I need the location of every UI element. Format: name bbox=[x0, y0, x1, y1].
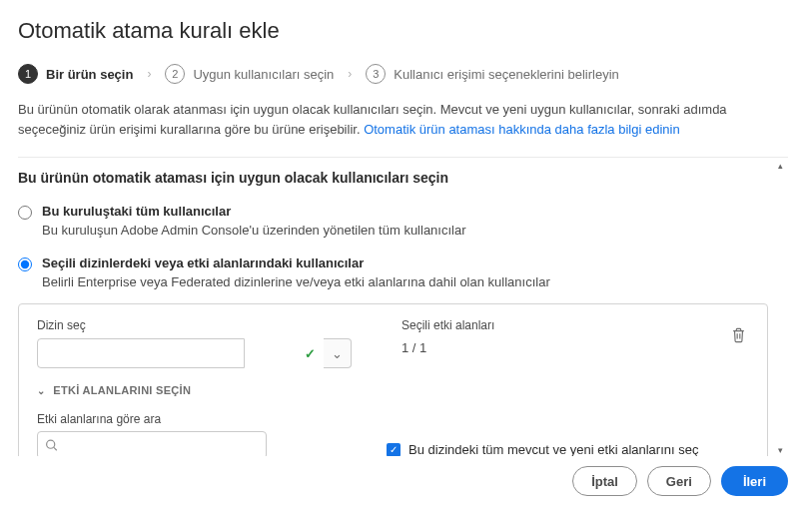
step-1-number: 1 bbox=[18, 64, 38, 84]
radio-option-selected-dirs[interactable]: Seçili dizinlerdeki veya etki alanlarınd… bbox=[18, 255, 768, 289]
step-3-number: 3 bbox=[366, 64, 386, 84]
radio-group: Bu kuruluştaki tüm kullanıcılar Bu kurul… bbox=[18, 204, 768, 458]
step-separator-icon: › bbox=[348, 67, 352, 81]
radio-all-users-desc: Bu kuruluşun Adobe Admin Console'u üzeri… bbox=[42, 223, 768, 238]
step-3-label: Kullanıcı erişimi seçeneklerini belirley… bbox=[394, 67, 618, 82]
delete-button[interactable] bbox=[727, 324, 749, 346]
step-2-number: 2 bbox=[165, 64, 185, 84]
select-all-domains-label: Bu dizindeki tüm mevcut ve yeni etki ala… bbox=[408, 442, 698, 457]
scroll-area: Bu ürünün otomatik ataması için uygun ol… bbox=[18, 157, 788, 458]
radio-all-users-title: Bu kuruluştaki tüm kullanıcılar bbox=[42, 204, 768, 219]
search-domains-input[interactable] bbox=[37, 431, 267, 458]
next-button[interactable]: İleri bbox=[721, 466, 788, 496]
directory-config-box: Dizin seç ✓ ⌄ bbox=[18, 303, 768, 458]
checkbox-select-all[interactable]: ✓ bbox=[387, 443, 401, 457]
domains-disclosure[interactable]: ⌄ ETKİ ALANLARINI SEÇİN bbox=[37, 384, 749, 396]
step-1: 1 Bir ürün seçin bbox=[18, 64, 133, 84]
section-heading: Bu ürünün otomatik ataması için uygun ol… bbox=[18, 170, 768, 186]
directory-combobox[interactable]: ✓ ⌄ bbox=[37, 338, 352, 368]
directory-dropdown-button[interactable]: ⌄ bbox=[324, 338, 352, 368]
learn-more-link[interactable]: Otomatik ürün ataması hakkında daha fazl… bbox=[364, 122, 680, 137]
chevron-down-icon: ⌄ bbox=[37, 385, 45, 396]
search-domains-label: Etki alanlarına göre ara bbox=[37, 412, 267, 426]
step-3: 3 Kullanıcı erişimi seçeneklerini belirl… bbox=[366, 64, 618, 84]
radio-selected-dirs-title: Seçili dizinlerdeki veya etki alanlarınd… bbox=[42, 255, 768, 270]
check-icon: ✓ bbox=[390, 444, 398, 455]
selected-domains-label: Seçili etki alanları bbox=[402, 318, 749, 332]
radio-selected-dirs[interactable] bbox=[18, 257, 32, 271]
directory-input[interactable] bbox=[37, 338, 245, 368]
page-title: Otomatik atama kuralı ekle bbox=[18, 18, 788, 44]
step-2: 2 Uygun kullanıcıları seçin bbox=[165, 64, 334, 84]
radio-selected-dirs-desc: Belirli Enterprise veya Federated dizinl… bbox=[42, 274, 768, 289]
cancel-button[interactable]: İptal bbox=[572, 466, 637, 496]
stepper: 1 Bir ürün seçin › 2 Uygun kullanıcıları… bbox=[18, 64, 788, 84]
intro-text: Bu ürünün otomatik olarak atanması için … bbox=[18, 100, 788, 139]
scroll-up-icon[interactable]: ▴ bbox=[774, 160, 786, 172]
step-separator-icon: › bbox=[147, 67, 151, 81]
footer: İptal Geri İleri bbox=[0, 456, 812, 510]
check-icon: ✓ bbox=[305, 346, 316, 361]
scrollbar[interactable]: ▴ ▾ bbox=[774, 160, 786, 456]
trash-icon bbox=[731, 327, 746, 343]
back-button[interactable]: Geri bbox=[647, 466, 711, 496]
select-all-domains[interactable]: ✓ Bu dizindeki tüm mevcut ve yeni etki a… bbox=[387, 442, 698, 457]
directory-label: Dizin seç bbox=[37, 318, 352, 332]
chevron-down-icon: ⌄ bbox=[332, 346, 343, 361]
step-2-label: Uygun kullanıcıları seçin bbox=[193, 67, 334, 82]
scroll-down-icon[interactable]: ▾ bbox=[774, 444, 786, 456]
radio-all-users[interactable] bbox=[18, 206, 32, 220]
disclosure-label: ETKİ ALANLARINI SEÇİN bbox=[53, 384, 191, 396]
radio-option-all-users[interactable]: Bu kuruluştaki tüm kullanıcılar Bu kurul… bbox=[18, 204, 768, 238]
step-1-label: Bir ürün seçin bbox=[46, 67, 133, 82]
selected-domains-count: 1 / 1 bbox=[402, 340, 749, 355]
